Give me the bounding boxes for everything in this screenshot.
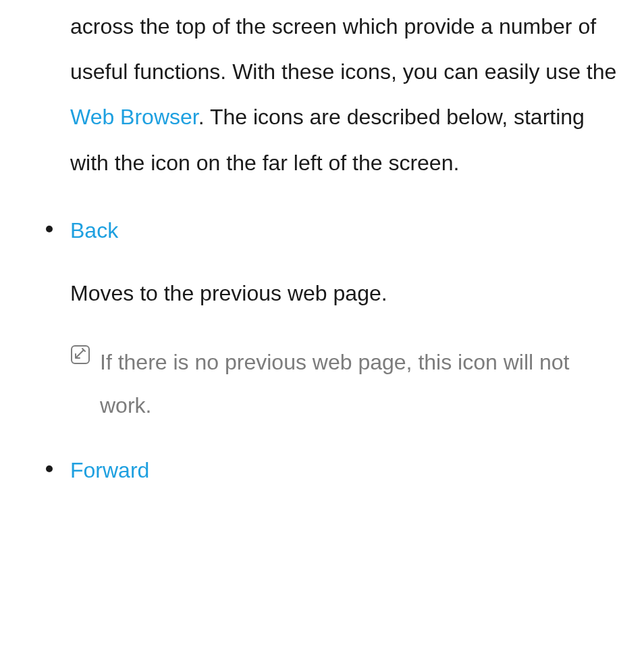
intro-paragraph: across the top of the screen which provi… [70,4,624,186]
bullet-row: Back [46,215,624,246]
svg-rect-0 [72,346,89,363]
list-item: Forward [70,455,624,486]
document-content: across the top of the screen which provi… [0,4,644,485]
bullet-icon [46,465,53,472]
bullet-icon [46,226,53,232]
forward-title: Forward [70,455,149,486]
note-block: If there is no previous web page, this i… [70,340,624,427]
back-title: Back [70,215,118,246]
back-description: Moves to the previous web page. [70,272,624,315]
bullet-row: Forward [46,455,624,486]
list-item: Back Moves to the previous web page. If … [70,215,624,427]
web-browser-link[interactable]: Web Browser [70,105,198,129]
intro-text-1: across the top of the screen which provi… [70,14,616,84]
note-icon [70,345,90,365]
back-note-text: If there is no previous web page, this i… [100,340,624,427]
